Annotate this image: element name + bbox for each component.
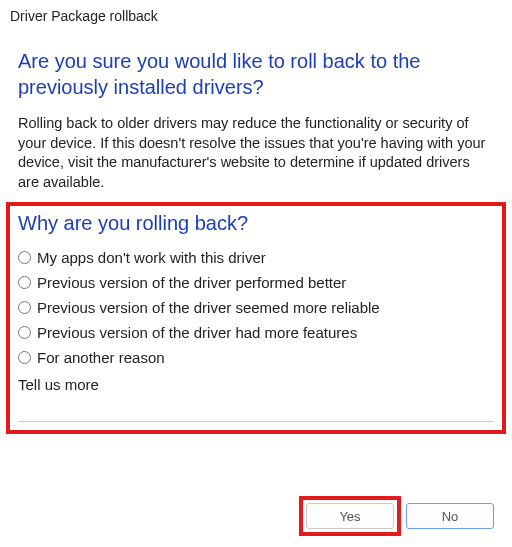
confirm-heading: Are you sure you would like to roll back… xyxy=(18,48,494,100)
reason-label: Previous version of the driver performed… xyxy=(37,274,346,291)
survey-heading: Why are you rolling back? xyxy=(18,212,494,235)
dialog-window: Driver Package rollback Are you sure you… xyxy=(0,0,512,547)
window-title: Driver Package rollback xyxy=(0,0,512,28)
reason-option[interactable]: My apps don't work with this driver xyxy=(18,249,494,266)
tell-more-label: Tell us more xyxy=(18,376,494,393)
reason-label: Previous version of the driver seemed mo… xyxy=(37,299,380,316)
survey-section: Why are you rolling back? My apps don't … xyxy=(6,202,506,434)
reason-option[interactable]: Previous version of the driver had more … xyxy=(18,324,494,341)
reason-radio-0[interactable] xyxy=(18,251,31,264)
reason-option[interactable]: Previous version of the driver seemed mo… xyxy=(18,299,494,316)
reason-label: Previous version of the driver had more … xyxy=(37,324,357,341)
tell-more-input[interactable] xyxy=(18,397,494,422)
reason-radio-3[interactable] xyxy=(18,326,31,339)
reason-label: For another reason xyxy=(37,349,165,366)
reason-radio-2[interactable] xyxy=(18,301,31,314)
dialog-content: Are you sure you would like to roll back… xyxy=(0,28,512,489)
yes-button-highlight: Yes xyxy=(299,496,401,536)
dialog-footer: Yes No xyxy=(0,489,512,547)
no-button[interactable]: No xyxy=(406,503,494,529)
no-button-wrap: No xyxy=(406,503,494,529)
reason-option[interactable]: For another reason xyxy=(18,349,494,366)
reason-option[interactable]: Previous version of the driver performed… xyxy=(18,274,494,291)
reason-radio-1[interactable] xyxy=(18,276,31,289)
reason-radio-4[interactable] xyxy=(18,351,31,364)
reason-label: My apps don't work with this driver xyxy=(37,249,266,266)
warning-text: Rolling back to older drivers may reduce… xyxy=(18,114,494,192)
yes-button[interactable]: Yes xyxy=(306,503,394,529)
